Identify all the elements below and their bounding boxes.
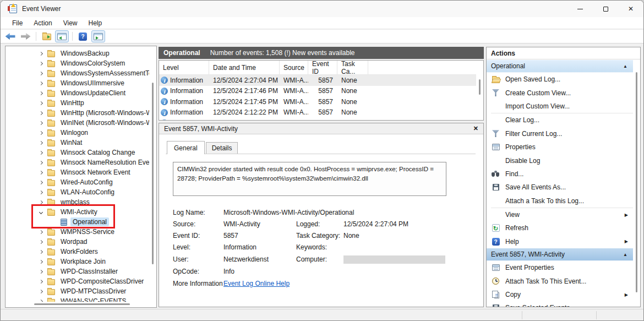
chevron-right-icon[interactable] (37, 80, 44, 86)
action-disable-log[interactable]: Disable Log (487, 154, 633, 167)
chevron-right-icon[interactable] (37, 258, 44, 265)
chevron-right-icon[interactable] (37, 298, 44, 302)
chevron-right-icon[interactable] (37, 169, 44, 176)
tree-item-winsock-catalog-change[interactable]: Winsock Catalog Change (6, 148, 149, 157)
column-header-source[interactable]: Source (280, 61, 308, 74)
menu-help[interactable]: Help (83, 18, 108, 28)
actions-group-operational[interactable]: Operational▲ (487, 60, 633, 73)
event-row[interactable]: Information12/5/2024 2:27:04 PMWMI-A...5… (159, 75, 476, 86)
tree-item-windowsuiimmersive[interactable]: WindowsUIImmersive (6, 78, 149, 88)
column-header-event-id[interactable]: Event ID (308, 61, 337, 74)
menu-file[interactable]: File (7, 18, 28, 28)
back-button[interactable] (3, 30, 17, 42)
chevron-right-icon[interactable] (37, 50, 44, 57)
action-event-properties[interactable]: Event Properties (487, 261, 633, 274)
tab-details[interactable]: Details (206, 142, 238, 154)
chevron-right-icon[interactable] (37, 278, 44, 285)
tree-vertical-scrollbar[interactable] (150, 47, 155, 301)
tree-item-winsock-network-event[interactable]: Winsock Network Event (6, 167, 149, 177)
event-row[interactable]: Information12/5/2024 2:12:22 PMWMI-A...5… (159, 107, 476, 118)
tree-item-operational[interactable]: Operational (6, 217, 149, 227)
chevron-right-icon[interactable] (37, 159, 44, 166)
action-save-selected-events[interactable]: Save Selected Events... (487, 301, 633, 307)
tree-item-workplace-join[interactable]: Workplace Join (6, 257, 149, 266)
tree-item-winlogon[interactable]: Winlogon (6, 128, 149, 138)
tree-item-wwan-svc-events[interactable]: WWAN-SVC-EVENTS (6, 296, 149, 302)
close-button[interactable]: ✕ (618, 1, 643, 17)
tree-item-wpd-classinstaller[interactable]: WPD-ClassInstaller (6, 266, 149, 276)
action-view[interactable]: View▶ (487, 208, 633, 221)
chevron-right-icon[interactable] (37, 129, 44, 136)
chevron-right-icon[interactable] (37, 149, 44, 156)
tree-item-wmpnss-service[interactable]: WMPNSS-Service (6, 227, 149, 237)
action-save-all-events-as[interactable]: Save All Events As... (487, 181, 633, 194)
tree-vertical-scrollbar-thumb[interactable] (152, 83, 154, 264)
action-open-saved-log[interactable]: Open Saved Log... (487, 73, 633, 86)
tree-item-wmi-activity[interactable]: WMI-Activity (6, 207, 149, 217)
minimize-button[interactable] (567, 1, 593, 17)
menu-view[interactable]: View (58, 18, 83, 28)
chevron-right-icon[interactable] (37, 199, 44, 205)
chevron-right-icon[interactable] (37, 90, 44, 96)
tree-item-wordpad[interactable]: Wordpad (6, 237, 149, 247)
menu-action[interactable]: Action (28, 18, 57, 28)
chevron-right-icon[interactable] (37, 179, 44, 186)
tree-item-winhttp-microsoft-windows-winhttp[interactable]: WinHttp (Microsoft-Windows-WinHttp) (6, 108, 149, 118)
chevron-right-icon[interactable] (37, 189, 44, 195)
actions-group-event-5857-wmi-activity[interactable]: Event 5857, WMI-Activity▲ (487, 248, 633, 261)
collapse-arrow-icon[interactable]: ▲ (623, 252, 627, 257)
tree-item-wpd-mtpclassdriver[interactable]: WPD-MTPClassDriver (6, 286, 149, 296)
chevron-right-icon[interactable] (37, 110, 44, 116)
action-find[interactable]: Find... (487, 167, 633, 181)
chevron-right-icon[interactable] (37, 228, 44, 235)
action-filter-current-log[interactable]: Filter Current Log... (487, 127, 633, 140)
chevron-right-icon[interactable] (37, 70, 44, 77)
action-copy[interactable]: Copy▶ (487, 288, 633, 301)
tree-item-wired-autoconfig[interactable]: Wired-AutoConfig (6, 177, 149, 187)
event-row[interactable] (159, 118, 476, 121)
forward-button[interactable] (19, 30, 32, 42)
action-create-custom-view[interactable]: Create Custom View... (487, 86, 633, 99)
tree-horizontal-scrollbar-thumb[interactable] (34, 303, 130, 305)
tab-general[interactable]: General (167, 141, 205, 154)
table-vertical-scrollbar[interactable] (477, 76, 482, 119)
actions-vertical-scrollbar[interactable] (634, 61, 639, 306)
event-row[interactable]: Information12/5/2024 2:17:46 PMWMI-A...5… (159, 86, 476, 97)
tree-item-winsock-nameresolution-events[interactable]: Winsock NameResolution Events (6, 157, 149, 167)
chevron-right-icon[interactable] (37, 288, 44, 295)
show-hide-console-tree-button[interactable] (55, 30, 69, 42)
tree-item-wpd-compositeclassdriver[interactable]: WPD-CompositeClassDriver (6, 276, 149, 286)
maximize-button[interactable] (593, 1, 618, 17)
table-vertical-scrollbar-thumb[interactable] (479, 79, 481, 95)
chevron-right-icon[interactable] (37, 268, 44, 275)
tree-item-windowsbackup[interactable]: WindowsBackup (6, 48, 149, 58)
help-button[interactable]: ? (76, 30, 90, 42)
chevron-right-icon[interactable] (37, 238, 44, 245)
tree-horizontal-scrollbar[interactable] (7, 302, 148, 306)
action-attach-a-task-to-this-log[interactable]: Attach a Task To this Log... (487, 194, 633, 208)
open-saved-log-button[interactable] (40, 30, 53, 42)
event-log-online-help-link[interactable]: Event Log Online Help (223, 280, 472, 287)
action-properties[interactable]: Properties (487, 140, 633, 154)
detail-close-icon[interactable]: ✕ (473, 125, 478, 132)
collapse-arrow-icon[interactable]: ▲ (623, 64, 627, 69)
tree-item-wmbclass[interactable]: wmbclass (6, 197, 149, 207)
action-clear-log[interactable]: Clear Log... (487, 113, 633, 127)
tree-item-wlan-autoconfig[interactable]: WLAN-AutoConfig (6, 187, 149, 197)
show-hide-action-pane-button[interactable] (91, 30, 105, 42)
column-header-task-ca[interactable]: Task Ca... (337, 61, 368, 74)
actions-vertical-scrollbar-thumb[interactable] (636, 72, 637, 292)
action-attach-task-to-this-event[interactable]: Attach Task To This Event... (487, 274, 633, 287)
tree-item-windowscolorsystem[interactable]: WindowsColorSystem (6, 58, 149, 68)
tree-item-windowsupdateclient[interactable]: WindowsUpdateClient (6, 88, 149, 98)
tree-item-windowssystemassessmenttool[interactable]: WindowsSystemAssessmentTool (6, 68, 149, 78)
column-header-level[interactable]: Level (159, 61, 209, 74)
action-help[interactable]: Help▶ (487, 235, 633, 248)
column-header-date-and-time[interactable]: Date and Time (209, 61, 280, 74)
action-refresh[interactable]: Refresh (487, 221, 633, 235)
chevron-down-icon[interactable] (37, 209, 44, 215)
event-row[interactable]: Information12/5/2024 2:17:45 PMWMI-A...5… (159, 96, 476, 107)
tree-item-winnat[interactable]: WinNat (6, 138, 149, 148)
event-message-box[interactable]: CIMWin32 provider started with result co… (173, 162, 446, 196)
tree-item-winhttp[interactable]: WinHttp (6, 98, 149, 108)
